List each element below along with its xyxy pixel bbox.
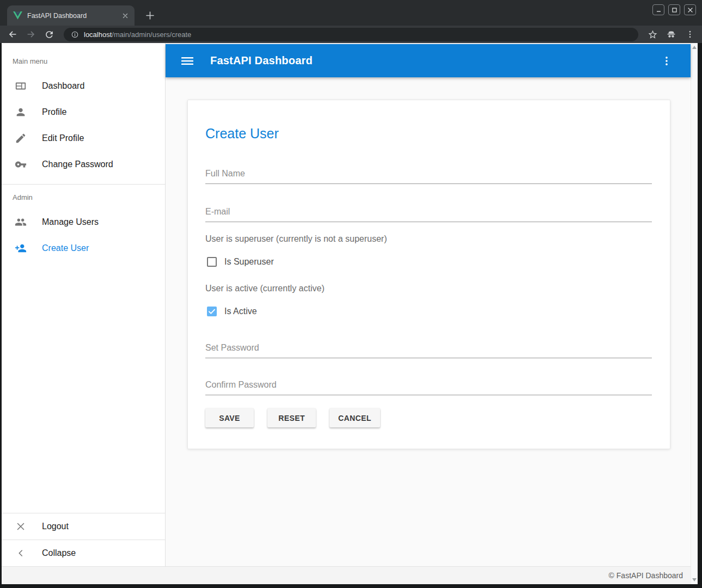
- is-active-label[interactable]: Is Active: [224, 307, 257, 316]
- person-add-icon: [15, 242, 27, 254]
- appbar: FastAPI Dashboard: [166, 44, 691, 77]
- sidebar-item-manage-users[interactable]: Manage Users: [2, 209, 165, 235]
- main-area: FastAPI Dashboard Create User: [166, 43, 691, 566]
- browser-tab[interactable]: FastAPI Dashboard: [7, 5, 135, 26]
- sidebar-item-edit-profile[interactable]: Edit Profile: [2, 125, 165, 151]
- sidebar-item-collapse[interactable]: Collapse: [2, 540, 165, 566]
- sidebar-item-label: Dashboard: [42, 81, 84, 91]
- confirm-password-input[interactable]: [205, 380, 652, 395]
- sidebar-item-logout[interactable]: Logout: [2, 513, 165, 540]
- tab-close-icon[interactable]: [120, 11, 130, 21]
- hamburger-icon[interactable]: [178, 51, 197, 71]
- kebab-menu-icon[interactable]: [657, 51, 676, 71]
- sidebar-section-label: Main menu: [2, 48, 165, 73]
- appbar-title: FastAPI Dashboard: [210, 54, 313, 67]
- scroll-up-icon[interactable]: [692, 46, 697, 49]
- site-info-icon[interactable]: [71, 30, 79, 39]
- url-path: /main/admin/users/create: [112, 30, 191, 39]
- cancel-button[interactable]: CANCEL: [329, 408, 380, 427]
- browser-menu-icon[interactable]: [683, 28, 697, 41]
- is-superuser-checkbox-row[interactable]: Is Superuser: [205, 257, 652, 267]
- full-name-field: [205, 169, 652, 184]
- sidebar-item-label: Edit Profile: [42, 133, 84, 143]
- incognito-icon[interactable]: [664, 28, 678, 41]
- is-active-checkbox[interactable]: [207, 307, 217, 316]
- dashboard-icon: [15, 80, 27, 92]
- scrollbar[interactable]: [691, 43, 698, 584]
- sidebar-section-label: Admin: [2, 185, 165, 209]
- confirm-password-field: [205, 380, 652, 395]
- forward-icon[interactable]: [24, 28, 38, 41]
- bookmark-star-icon[interactable]: [646, 28, 660, 41]
- close-icon: [15, 520, 27, 532]
- email-input[interactable]: [205, 207, 652, 222]
- check-icon: [207, 307, 216, 316]
- active-hint: User is active (currently active): [205, 283, 652, 293]
- person-icon: [15, 106, 27, 118]
- set-password-input[interactable]: [205, 343, 652, 358]
- content-area: Create User User is superuser (currently…: [166, 77, 691, 566]
- form-buttons: SAVE RESET CANCEL: [205, 408, 652, 427]
- new-tab-button[interactable]: [142, 8, 157, 23]
- sidebar-bottom: Logout Collapse: [2, 513, 165, 566]
- app-root: Main menu Dashboard Profile: [2, 43, 691, 584]
- pencil-icon: [15, 132, 27, 144]
- back-icon[interactable]: [5, 28, 19, 41]
- tab-title: FastAPI Dashboard: [27, 12, 115, 20]
- set-password-field: [205, 343, 652, 358]
- page-viewport: Main menu Dashboard Profile: [2, 43, 698, 584]
- sidebar-item-label: Create User: [42, 243, 89, 253]
- is-superuser-label[interactable]: Is Superuser: [224, 257, 274, 267]
- full-name-input[interactable]: [205, 169, 652, 184]
- reload-icon[interactable]: [42, 28, 56, 41]
- chevron-left-icon: [15, 547, 27, 559]
- sidebar-item-dashboard[interactable]: Dashboard: [2, 73, 165, 99]
- sidebar: Main menu Dashboard Profile: [2, 43, 166, 566]
- sidebar-item-profile[interactable]: Profile: [2, 99, 165, 125]
- superuser-hint: User is superuser (currently is not a su…: [205, 234, 652, 244]
- sidebar-item-label: Manage Users: [42, 217, 99, 227]
- sidebar-item-label: Change Password: [42, 160, 113, 169]
- sidebar-item-label: Logout: [42, 522, 69, 531]
- browser-toolbar: localhost/main/admin/users/create: [0, 26, 702, 43]
- window-maximize-button[interactable]: [668, 4, 680, 15]
- scroll-down-icon[interactable]: [692, 578, 697, 581]
- app-footer: © FastAPI Dashboard: [2, 566, 691, 584]
- email-field: [205, 207, 652, 222]
- vue-logo-icon: [13, 11, 22, 20]
- url-host: localhost: [84, 30, 112, 39]
- is-active-checkbox-row[interactable]: Is Active: [205, 307, 652, 316]
- sidebar-item-create-user[interactable]: Create User: [2, 235, 165, 261]
- browser-window: FastAPI Dashboard: [0, 0, 702, 588]
- create-user-card: Create User User is superuser (currently…: [187, 100, 670, 449]
- save-button[interactable]: SAVE: [205, 408, 254, 427]
- window-close-button[interactable]: [684, 4, 696, 15]
- page-title: Create User: [205, 125, 652, 142]
- sidebar-item-label: Profile: [42, 107, 66, 117]
- people-icon: [15, 216, 27, 228]
- url-text: localhost/main/admin/users/create: [84, 29, 191, 39]
- footer-text: © FastAPI Dashboard: [609, 571, 683, 580]
- window-controls: [652, 4, 696, 15]
- sidebar-item-change-password[interactable]: Change Password: [2, 151, 165, 177]
- tab-strip: FastAPI Dashboard: [0, 0, 702, 26]
- window-minimize-button[interactable]: [652, 4, 664, 15]
- is-superuser-checkbox[interactable]: [207, 257, 217, 267]
- key-icon: [15, 158, 27, 170]
- sidebar-item-label: Collapse: [42, 548, 76, 558]
- url-bar[interactable]: localhost/main/admin/users/create: [64, 28, 638, 41]
- reset-button[interactable]: RESET: [267, 408, 316, 427]
